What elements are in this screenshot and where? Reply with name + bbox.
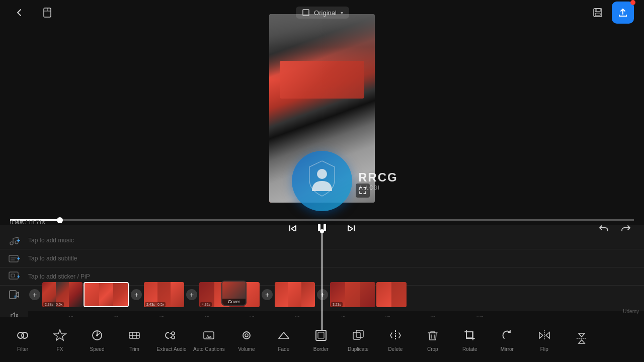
- crop-label: Rotate: [462, 346, 477, 352]
- speed-label: Speed: [90, 346, 105, 352]
- rotate-icon: [499, 327, 515, 343]
- svg-marker-22: [54, 330, 66, 340]
- music-track-icon: +: [0, 235, 28, 246]
- svg-point-29: [172, 332, 175, 335]
- fx-label: FX: [57, 346, 63, 352]
- clip-5[interactable]: [275, 282, 315, 307]
- add-subtitle-label[interactable]: Tap to add subtitle: [28, 255, 77, 262]
- add-sticker-label[interactable]: Tap to add sticker / PiP: [28, 273, 90, 280]
- rrcg-subtitle: 人人CGI: [358, 185, 398, 192]
- tool-filter[interactable]: Filter: [5, 323, 40, 356]
- svg-point-33: [243, 332, 250, 339]
- tool-split[interactable]: Delete: [378, 323, 413, 356]
- rotate-label: Mirror: [501, 346, 514, 352]
- video-track-icon: +: [0, 289, 28, 300]
- svg-rect-41: [466, 332, 472, 338]
- add-clip-between-4[interactable]: +: [317, 289, 328, 300]
- svg-rect-3: [303, 10, 309, 16]
- tool-flip[interactable]: [564, 326, 599, 353]
- export-button[interactable]: [612, 2, 634, 24]
- header-right: [589, 2, 634, 24]
- add-clip-between-1[interactable]: +: [131, 289, 142, 300]
- back-button[interactable]: [10, 4, 28, 22]
- delete-label: Crop: [427, 346, 438, 352]
- add-clip-between-3[interactable]: +: [262, 289, 273, 300]
- cover-container: Cover: [221, 281, 250, 306]
- clip-3-info: 2.43s 0.5x: [145, 302, 166, 307]
- subtitle-track-icon: +: [0, 253, 28, 264]
- fx-icon: [52, 327, 68, 343]
- duplicate-icon: [350, 327, 366, 343]
- tool-fade[interactable]: Fade: [266, 323, 301, 356]
- filter-icon: [15, 327, 31, 343]
- rrcg-text-block: RRCG 人人CGI: [358, 170, 398, 192]
- svg-rect-39: [356, 330, 363, 337]
- header-left: [10, 4, 56, 22]
- bookmark-button[interactable]: [38, 4, 56, 22]
- delete-icon: [425, 327, 441, 343]
- tool-speed[interactable]: Speed: [79, 323, 115, 356]
- clips-area: + + 2.38s 0.5x +: [0, 280, 644, 310]
- flip-icon: [574, 330, 590, 346]
- svg-rect-16: [11, 274, 15, 277]
- svg-rect-6: [595, 13, 600, 16]
- clip-2-selected[interactable]: [84, 282, 129, 307]
- fade-label: Fade: [278, 346, 289, 352]
- tool-rotate[interactable]: Mirror: [490, 323, 525, 356]
- add-music-label[interactable]: Tap to add music: [28, 237, 74, 244]
- clip-6[interactable]: 3.23s: [330, 282, 375, 307]
- clips-scroll: + 2.38s 0.5x +: [28, 281, 644, 309]
- split-icon: [387, 327, 404, 343]
- tool-delete[interactable]: Crop: [415, 323, 450, 356]
- clip-6-info: 3.23s: [331, 302, 343, 307]
- watermark: Udemy: [623, 309, 639, 314]
- tool-border[interactable]: Border: [303, 323, 339, 356]
- tool-fx[interactable]: FX: [42, 323, 77, 356]
- rrcg-logo-overlay: RRCG 人人CGI: [292, 151, 352, 211]
- aspect-ratio-selector[interactable]: Original ▾: [296, 7, 349, 19]
- svg-point-30: [172, 336, 175, 339]
- music-track: + Tap to add music: [0, 231, 644, 249]
- svg-point-45: [317, 169, 327, 179]
- svg-rect-38: [353, 332, 360, 339]
- duplicate-label: Duplicate: [348, 346, 369, 352]
- svg-point-10: [10, 242, 13, 245]
- tool-mirror[interactable]: Flip: [527, 323, 562, 356]
- trim-icon: [126, 327, 142, 343]
- trim-label: Trim: [129, 346, 139, 352]
- filter-label: Filter: [17, 346, 28, 352]
- add-clip-between-2[interactable]: +: [186, 289, 197, 300]
- tool-extract-audio[interactable]: Extract Audio: [154, 323, 189, 356]
- clip-1-info: 2.38s 0.5x: [43, 302, 64, 307]
- cover-label: Cover: [222, 299, 246, 305]
- svg-rect-5: [595, 9, 600, 12]
- subtitle-track: + Tap to add subtitle: [0, 249, 644, 267]
- svg-rect-37: [318, 332, 324, 338]
- clip-3[interactable]: 2.43s 0.5x: [144, 282, 184, 307]
- speed-icon: [89, 327, 105, 343]
- extract-audio-label: Extract Audio: [157, 346, 187, 352]
- svg-text:Aa: Aa: [206, 334, 212, 339]
- rrcg-title: RRCG: [358, 170, 398, 185]
- tool-crop[interactable]: Rotate: [452, 323, 488, 356]
- svg-rect-36: [316, 330, 326, 340]
- svg-point-21: [22, 332, 28, 338]
- clip-7[interactable]: [376, 282, 407, 307]
- volume-label: Volume: [238, 346, 255, 352]
- cover-thumbnail[interactable]: Cover: [221, 281, 247, 306]
- auto-captions-icon: Aa: [201, 327, 217, 343]
- time-display: 0.90s / 18.71s: [10, 219, 45, 225]
- clip-1[interactable]: 2.38s 0.5x: [42, 282, 83, 307]
- mirror-icon: [536, 327, 552, 343]
- save-button[interactable]: [589, 4, 607, 22]
- bottom-toolbar: Filter FX Speed: [0, 317, 644, 362]
- border-label: Border: [313, 346, 329, 352]
- svg-point-34: [245, 334, 248, 337]
- tool-duplicate[interactable]: Duplicate: [341, 323, 376, 356]
- volume-icon: [238, 327, 255, 343]
- tool-auto-captions[interactable]: Aa Auto Captions: [191, 323, 227, 356]
- tool-volume[interactable]: Volume: [229, 323, 264, 356]
- tool-trim[interactable]: Trim: [117, 323, 152, 356]
- add-clip-start[interactable]: +: [29, 289, 40, 300]
- clip-4-info: 4.32s: [200, 302, 212, 307]
